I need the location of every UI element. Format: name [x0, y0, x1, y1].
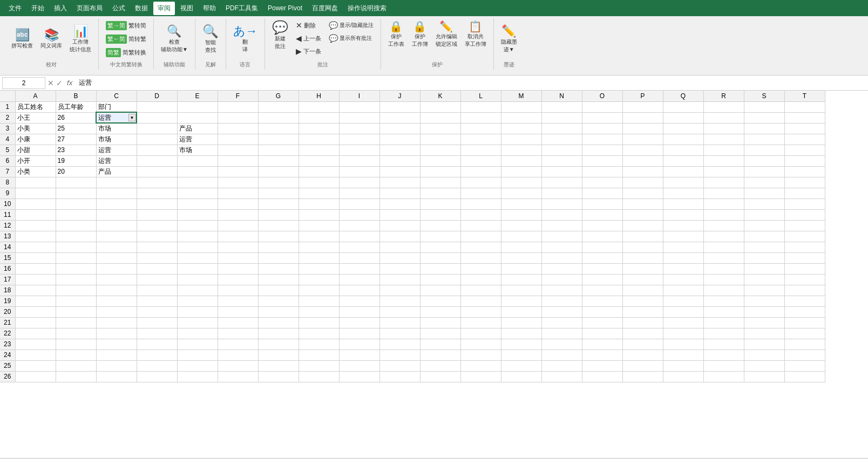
cell-M16[interactable] — [501, 263, 541, 274]
cell-K2[interactable] — [420, 112, 460, 123]
cell-J11[interactable] — [379, 209, 420, 220]
cell-K3[interactable] — [420, 123, 460, 134]
cell-T25[interactable] — [784, 360, 825, 371]
cell-R9[interactable] — [703, 188, 744, 198]
menu-item-审阅[interactable]: 审阅 — [153, 2, 175, 15]
cell-I17[interactable] — [339, 274, 379, 285]
cell-Q19[interactable] — [663, 296, 703, 306]
cell-P21[interactable] — [622, 317, 663, 328]
cell-F15[interactable] — [218, 252, 258, 263]
cell-M9[interactable] — [501, 188, 541, 198]
cell-C22[interactable] — [96, 328, 137, 339]
cell-K19[interactable] — [420, 296, 460, 306]
cell-M4[interactable] — [501, 134, 541, 145]
cell-F26[interactable] — [218, 371, 258, 382]
cell-M24[interactable] — [501, 350, 541, 360]
cell-K24[interactable] — [420, 350, 460, 360]
cell-D14[interactable] — [137, 242, 177, 252]
menu-item-开始[interactable]: 开始 — [27, 2, 49, 15]
cell-J24[interactable] — [379, 350, 420, 360]
cell-G12[interactable] — [258, 220, 299, 231]
cell-N12[interactable] — [541, 220, 582, 231]
cell-N1[interactable] — [541, 101, 582, 112]
cell-R18[interactable] — [703, 285, 744, 296]
cell-N19[interactable] — [541, 296, 582, 306]
cell-K7[interactable] — [420, 166, 460, 177]
cell-F10[interactable] — [218, 198, 258, 209]
cell-E24[interactable] — [177, 350, 218, 360]
cell-S9[interactable] — [744, 188, 784, 198]
cell-T16[interactable] — [784, 263, 825, 274]
cell-K14[interactable] — [420, 242, 460, 252]
cell-J12[interactable] — [379, 220, 420, 231]
cell-A4[interactable]: 小康 — [15, 134, 56, 145]
cell-B11[interactable] — [56, 209, 96, 220]
cell-B16[interactable] — [56, 263, 96, 274]
cell-R5[interactable] — [703, 145, 744, 155]
cell-O18[interactable] — [582, 285, 622, 296]
cell-B22[interactable] — [56, 328, 96, 339]
cell-P26[interactable] — [622, 371, 663, 382]
cell-R13[interactable] — [703, 231, 744, 242]
cell-L22[interactable] — [460, 328, 501, 339]
cell-C13[interactable] — [96, 231, 137, 242]
cell-J26[interactable] — [379, 371, 420, 382]
cell-J18[interactable] — [379, 285, 420, 296]
spell-check-button[interactable]: 🔤拼写检查 — [9, 28, 36, 51]
cell-I9[interactable] — [339, 188, 379, 198]
menu-item-数据[interactable]: 数据 — [131, 2, 152, 15]
cell-O14[interactable] — [582, 242, 622, 252]
cell-S23[interactable] — [744, 339, 784, 350]
cell-D26[interactable] — [137, 371, 177, 382]
cell-B10[interactable] — [56, 198, 96, 209]
cell-A3[interactable]: 小美 — [15, 123, 56, 134]
cell-I24[interactable] — [339, 350, 379, 360]
cell-P22[interactable] — [622, 328, 663, 339]
cell-T14[interactable] — [784, 242, 825, 252]
cell-A7[interactable]: 小类 — [15, 166, 56, 177]
cell-C17[interactable] — [96, 274, 137, 285]
cell-N14[interactable] — [541, 242, 582, 252]
cell-I19[interactable] — [339, 296, 379, 306]
cell-O13[interactable] — [582, 231, 622, 242]
thesaurus-button[interactable]: 📚同义词库 — [38, 28, 65, 51]
cell-S21[interactable] — [744, 317, 784, 328]
cell-E12[interactable] — [177, 220, 218, 231]
cell-G10[interactable] — [258, 198, 299, 209]
row-header-18[interactable]: 18 — [0, 285, 15, 296]
cell-F16[interactable] — [218, 263, 258, 274]
cell-R8[interactable] — [703, 177, 744, 188]
cell-O16[interactable] — [582, 263, 622, 274]
cell-H11[interactable] — [299, 209, 339, 220]
cell-Q25[interactable] — [663, 360, 703, 371]
cell-E20[interactable] — [177, 306, 218, 317]
cell-T12[interactable] — [784, 220, 825, 231]
cell-Q8[interactable] — [663, 177, 703, 188]
cell-G26[interactable] — [258, 371, 299, 382]
cell-T19[interactable] — [784, 296, 825, 306]
cell-F7[interactable] — [218, 166, 258, 177]
cell-O17[interactable] — [582, 274, 622, 285]
cell-S16[interactable] — [744, 263, 784, 274]
cell-L13[interactable] — [460, 231, 501, 242]
cell-N3[interactable] — [541, 123, 582, 134]
cell-B18[interactable] — [56, 285, 96, 296]
cell-D24[interactable] — [137, 350, 177, 360]
cell-R24[interactable] — [703, 350, 744, 360]
cell-J1[interactable] — [379, 101, 420, 112]
cell-E15[interactable] — [177, 252, 218, 263]
simp-convert-button[interactable]: 简繁简繁转换 — [103, 46, 149, 59]
cell-J13[interactable] — [379, 231, 420, 242]
cell-C19[interactable] — [96, 296, 137, 306]
cell-C16[interactable] — [96, 263, 137, 274]
cell-R25[interactable] — [703, 360, 744, 371]
cell-A5[interactable]: 小甜 — [15, 145, 56, 155]
cell-B26[interactable] — [56, 371, 96, 382]
row-header-4[interactable]: 4 — [0, 134, 15, 145]
cell-P24[interactable] — [622, 350, 663, 360]
cell-O10[interactable] — [582, 198, 622, 209]
delete-comment-button[interactable]: ✕删除 — [293, 19, 324, 31]
cell-L23[interactable] — [460, 339, 501, 350]
cell-B5[interactable]: 23 — [56, 145, 96, 155]
cell-Q26[interactable] — [663, 371, 703, 382]
